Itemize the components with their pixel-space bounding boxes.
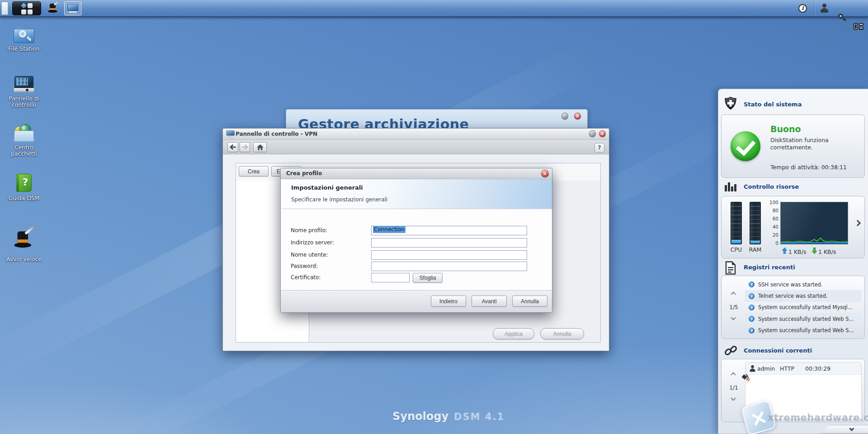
next-step-button[interactable]: Avanti xyxy=(472,296,507,307)
status-description: DiskStation funziona correttamente. xyxy=(770,137,851,151)
info-icon: i xyxy=(749,293,755,299)
back-button[interactable] xyxy=(227,142,238,152)
widget-panel: Stato del sistema Buono DiskStation funz… xyxy=(718,89,868,434)
help-button[interactable]: ? xyxy=(594,143,604,153)
magician-hat-icon xyxy=(14,230,35,254)
search-icon[interactable] xyxy=(837,13,846,22)
log-row[interactable]: iSSH service was started. xyxy=(745,279,862,290)
control-panel-window-icon xyxy=(67,3,79,14)
file-station-icon xyxy=(14,27,34,43)
resource-monitor-title: Controllo risorse xyxy=(744,183,799,190)
minimize-button[interactable] xyxy=(561,113,568,119)
link-icon xyxy=(724,343,738,358)
resource-expand-icon[interactable] xyxy=(854,220,861,226)
forward-button[interactable] xyxy=(240,142,250,152)
browse-button[interactable]: Sfoglia xyxy=(413,273,443,283)
log-row[interactable]: iSystem successfully started Web S... xyxy=(745,313,862,324)
recent-logs-title: Registri recenti xyxy=(744,264,795,271)
watermark-text: xtremehardware.com xyxy=(768,412,868,423)
info-icon[interactable]: i xyxy=(798,4,807,13)
dsm-logo: SynologyDSM 4.1 xyxy=(392,410,505,423)
user-icon[interactable] xyxy=(820,4,829,13)
selected-text: Connection xyxy=(373,226,406,233)
info-icon: i xyxy=(749,328,755,334)
widget-panel-collapse-tab[interactable] xyxy=(820,425,868,434)
disconnect-icon[interactable] xyxy=(742,374,750,382)
desktop-icon-file-station[interactable]: File Station xyxy=(4,27,44,52)
connection-row[interactable]: admin HTTP 00:30:29 xyxy=(745,362,861,375)
ram-meter xyxy=(750,202,761,244)
cancel-button[interactable]: Annulla xyxy=(540,328,584,339)
password-input[interactable] xyxy=(371,262,527,271)
dialog-cancel-button[interactable]: Annulla xyxy=(512,296,547,307)
package-center-icon xyxy=(13,123,35,142)
log-list: iSSH service was started. iTelnet servic… xyxy=(745,279,862,336)
connections-page-down-icon[interactable] xyxy=(731,396,736,401)
back-step-button[interactable]: Indietro xyxy=(431,296,466,307)
desktop-icon-label: File Station xyxy=(4,46,44,52)
log-row[interactable]: iSystem successfully started Mysql... xyxy=(745,302,862,313)
recent-logs-card: 1/5 iSSH service was started. iTelnet se… xyxy=(721,276,865,339)
ram-label: RAM xyxy=(746,246,764,253)
connections-page-up-icon[interactable] xyxy=(731,372,736,377)
window-icon xyxy=(226,130,235,138)
close-icon[interactable]: × xyxy=(599,130,606,137)
create-button[interactable]: Crea xyxy=(239,166,269,176)
main-menu-icon xyxy=(21,3,33,15)
username-input[interactable] xyxy=(371,250,527,260)
show-desktop-button[interactable] xyxy=(1,2,8,15)
logs-page-up-icon[interactable] xyxy=(731,291,736,296)
download-arrow-icon xyxy=(812,248,817,254)
close-icon[interactable]: × xyxy=(541,170,549,177)
dialog-footer: Indietro Avanti Annulla xyxy=(281,290,552,312)
main-menu-button[interactable] xyxy=(12,1,41,15)
apply-button[interactable]: Applica xyxy=(493,328,534,339)
desktop-icon-dsm-help[interactable]: ? Guida DSM xyxy=(4,174,44,201)
dialog-titlebar[interactable]: Crea profilo × xyxy=(281,168,552,179)
connection-time: 00:30:29 xyxy=(805,365,830,372)
window-titlebar[interactable]: Pannello di controllo - VPN × xyxy=(223,129,609,140)
profile-name-input[interactable]: Connection xyxy=(371,226,527,235)
status-ok-icon xyxy=(731,131,760,161)
desktop-icon-label: Guida DSM xyxy=(4,195,44,201)
current-connections-title: Connessioni correnti xyxy=(744,347,812,354)
connection-user: admin xyxy=(757,365,775,372)
close-icon[interactable]: × xyxy=(574,113,581,119)
window-title: Pannello di controllo - VPN xyxy=(236,131,317,137)
log-row[interactable]: iTelnet service was started. xyxy=(745,290,862,301)
taskbar-separator xyxy=(814,2,815,15)
log-row[interactable]: iSystem successfully started Web S... xyxy=(745,325,862,336)
taskbar-quick-start-button[interactable] xyxy=(45,1,62,15)
info-icon: i xyxy=(749,281,755,287)
network-traffic-chart xyxy=(780,202,848,244)
desktop-icon-label: Pannello di controllo xyxy=(4,95,44,108)
server-address-label: Indirizzo server: xyxy=(291,239,334,246)
profile-name-label: Nome profilo: xyxy=(291,227,327,234)
status-value: Buono xyxy=(770,124,801,134)
log-document-icon xyxy=(725,261,736,275)
dsm-version: DSM 4.1 xyxy=(454,411,505,422)
bar-chart-icon xyxy=(725,181,737,192)
shield-icon xyxy=(724,96,737,110)
control-panel-icon xyxy=(14,75,34,93)
dialog-header: Impostazioni generali Specificare le imp… xyxy=(281,179,552,209)
user-icon xyxy=(749,365,755,372)
upload-arrow-icon xyxy=(782,248,787,254)
certificate-label: Certificato: xyxy=(291,274,321,281)
server-address-input[interactable] xyxy=(371,238,527,248)
desktop-icon-quick-start[interactable]: Avvio veloce xyxy=(4,236,44,262)
taskbar-active-window-button[interactable] xyxy=(64,1,81,15)
network-chart-axis: 10080 6040 200 xyxy=(766,200,778,245)
download-speed: 1 KB/s xyxy=(818,248,836,255)
chevron-down-icon xyxy=(849,426,854,431)
logs-page-indicator: 1/5 xyxy=(726,304,741,310)
minimize-button[interactable] xyxy=(589,130,596,137)
desktop-icon-control-panel[interactable]: Pannello di controllo xyxy=(4,75,44,108)
certificate-input[interactable] xyxy=(371,273,410,282)
desktop-icon-package-center[interactable]: Centro pacchetti xyxy=(4,123,44,157)
pilot-view-icon[interactable] xyxy=(854,22,863,31)
logs-page-down-icon[interactable] xyxy=(731,315,736,320)
home-button[interactable] xyxy=(253,142,267,152)
upload-speed: 1 KB/s xyxy=(788,248,806,255)
desktop-icon-label: Centro pacchetti xyxy=(4,144,44,157)
